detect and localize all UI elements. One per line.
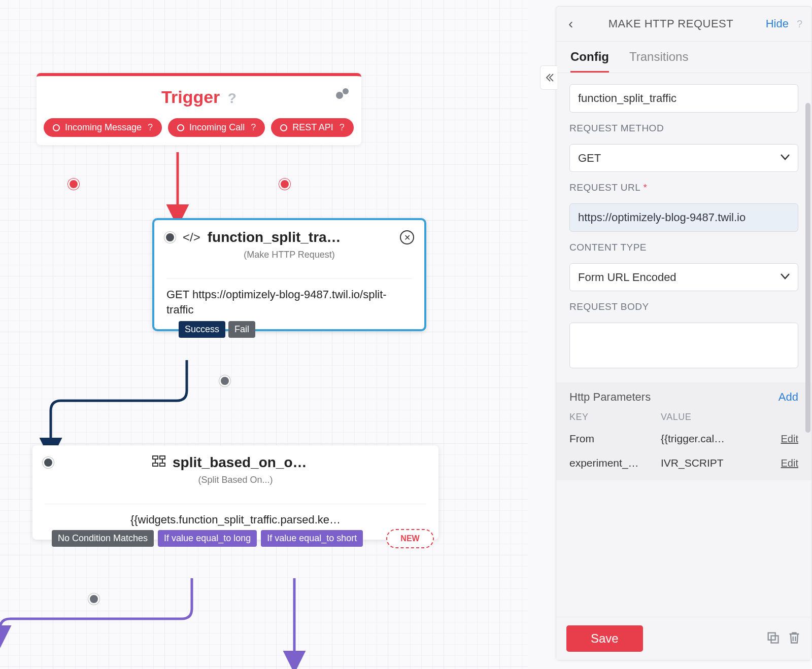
- trigger-pill-rest-api[interactable]: REST API ?: [271, 118, 354, 137]
- port-dot[interactable]: [88, 593, 99, 605]
- node-title: function_split_tra…: [208, 229, 393, 245]
- code-icon: </>: [183, 230, 200, 244]
- trigger-title-text: Trigger: [161, 87, 220, 107]
- pill-label: Incoming Message: [65, 122, 142, 133]
- label-content-type: CONTENT TYPE: [569, 242, 798, 253]
- gear-icon[interactable]: [335, 87, 350, 104]
- http-request-node[interactable]: </> function_split_tra… ✕ (Make HTTP Req…: [152, 218, 426, 331]
- collapse-panel-button[interactable]: [540, 65, 557, 90]
- tab-transitions[interactable]: Transitions: [629, 50, 688, 73]
- trigger-pill-incoming-call[interactable]: Incoming Call ?: [168, 118, 265, 137]
- http-parameters-section: Http Parameters Add KEY VALUE From {{tri…: [556, 382, 811, 480]
- help-icon[interactable]: ?: [148, 122, 153, 133]
- trash-icon[interactable]: [787, 630, 801, 647]
- request-method-select[interactable]: GET: [569, 144, 798, 172]
- node-subtitle: (Split Based On...): [32, 473, 438, 494]
- tag-success[interactable]: Success: [179, 321, 225, 338]
- label-request-body: REQUEST BODY: [569, 301, 798, 312]
- svg-rect-4: [153, 463, 158, 466]
- split-node[interactable]: split_based_on_o… (Split Based On...) {{…: [32, 445, 438, 540]
- request-url-input[interactable]: [569, 203, 798, 232]
- node-body: {{widgets.function_split_traffic.parsed.…: [45, 504, 426, 527]
- trigger-title: Trigger ?: [37, 76, 361, 118]
- widget-name-input[interactable]: [569, 84, 798, 113]
- add-parameter-button[interactable]: Add: [779, 391, 798, 404]
- svg-rect-3: [160, 456, 165, 459]
- node-title: split_based_on_o…: [173, 454, 307, 471]
- edit-param-button[interactable]: Edit: [781, 433, 798, 445]
- hide-button[interactable]: Hide: [766, 17, 789, 30]
- param-value: IVR_SCRIPT: [661, 457, 776, 469]
- param-key: experiment_…: [569, 457, 661, 469]
- params-row: experiment_… IVR_SCRIPT Edit: [556, 451, 811, 475]
- port-out-icon: [280, 124, 287, 131]
- chevron-down-icon: [780, 273, 790, 282]
- tag-ifshort[interactable]: If value equal_to short: [261, 530, 363, 547]
- split-icon: [152, 455, 165, 470]
- port-in-icon[interactable]: [43, 457, 54, 468]
- scrollbar[interactable]: [805, 103, 810, 433]
- port-in-icon[interactable]: [164, 232, 176, 243]
- content-type-select[interactable]: Form URL Encoded: [569, 263, 798, 291]
- svg-rect-2: [153, 456, 158, 459]
- param-value: {{trigger.cal…: [661, 433, 776, 445]
- trigger-node[interactable]: Trigger ? Incoming Message ? Incoming Ca…: [37, 73, 361, 145]
- help-icon[interactable]: ?: [251, 122, 256, 133]
- port-out-icon: [53, 124, 60, 131]
- http-parameters-title: Http Parameters: [569, 391, 651, 404]
- chevron-down-icon: [780, 154, 790, 163]
- request-body-input[interactable]: [569, 323, 798, 368]
- help-icon[interactable]: ?: [797, 18, 802, 30]
- params-col-key: KEY: [569, 412, 661, 422]
- tag-iflong[interactable]: If value equal_to long: [158, 530, 257, 547]
- save-button[interactable]: Save: [566, 625, 643, 652]
- port-dot[interactable]: [279, 179, 290, 190]
- label-request-method: REQUEST METHOD: [569, 123, 798, 134]
- tag-new[interactable]: NEW: [386, 529, 433, 548]
- svg-rect-5: [160, 463, 165, 466]
- svg-point-1: [343, 88, 349, 94]
- edit-param-button[interactable]: Edit: [781, 457, 798, 469]
- pill-label: REST API: [292, 122, 333, 133]
- port-dot[interactable]: [219, 375, 230, 386]
- svg-point-0: [336, 92, 343, 99]
- node-subtitle: (Make HTTP Request): [154, 248, 424, 268]
- params-row: From {{trigger.cal… Edit: [556, 427, 811, 451]
- help-icon[interactable]: ?: [228, 90, 236, 106]
- tab-config[interactable]: Config: [570, 50, 609, 73]
- trigger-pill-incoming-message[interactable]: Incoming Message ?: [44, 118, 162, 137]
- config-panel: ‹ MAKE HTTP REQUEST Hide ? Config Transi…: [556, 6, 812, 660]
- port-dot[interactable]: [68, 179, 79, 190]
- port-out-icon: [177, 124, 184, 131]
- duplicate-icon[interactable]: [766, 630, 780, 647]
- params-col-value: VALUE: [661, 412, 798, 422]
- close-icon[interactable]: ✕: [400, 230, 414, 244]
- help-icon[interactable]: ?: [340, 122, 345, 133]
- param-key: From: [569, 433, 661, 445]
- node-body: GET https://optimizely-blog-9487.twil.io…: [166, 278, 412, 317]
- tag-nocondition[interactable]: No Condition Matches: [52, 530, 154, 547]
- panel-title: MAKE HTTP REQUEST: [582, 17, 759, 30]
- pill-label: Incoming Call: [189, 122, 245, 133]
- back-button[interactable]: ‹: [565, 14, 576, 34]
- tag-fail[interactable]: Fail: [228, 321, 255, 338]
- label-request-url: REQUEST URL: [569, 182, 640, 193]
